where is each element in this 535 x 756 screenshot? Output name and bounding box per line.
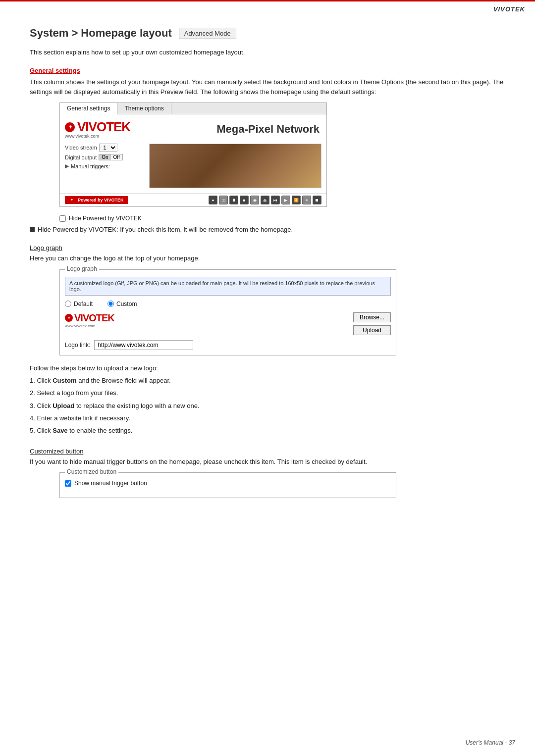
logo-info-box: A customized logo (Gif, JPG or PNG) can … bbox=[65, 277, 391, 296]
hide-checkbox-row: Hide Powered by VIVOTEK bbox=[59, 215, 505, 222]
logo-graph-box-title: Logo graph bbox=[65, 265, 99, 272]
logo-content-row: ✦ VIVOTEK www.vivotek.com Browse... Uplo… bbox=[60, 312, 396, 340]
general-settings-section: General settings This column shows the s… bbox=[30, 67, 505, 233]
bullet-point-hide: Hide Powered by VIVOTEK: If you check th… bbox=[30, 226, 505, 233]
customized-button-description: If you want to hide manual trigger butto… bbox=[30, 457, 505, 467]
brand-label: VIVOTEK bbox=[493, 5, 525, 13]
on-button[interactable]: On bbox=[99, 154, 110, 160]
preview-logo-url: www.vivotek.com bbox=[65, 134, 99, 139]
customized-button-box: Customized button Show manual trigger bu… bbox=[59, 472, 396, 498]
logo-preview-icon: ✦ bbox=[65, 314, 73, 322]
video-stream-select[interactable]: 1 bbox=[99, 144, 117, 151]
customized-button-section: Customized button If you want to hide ma… bbox=[30, 448, 505, 499]
player-controls: ● ◎ ⏸ ■ ◉ ⏏ ⏮ ▶ ⏬ ✦ ⏹ bbox=[209, 196, 321, 204]
player-btn-5[interactable]: ◉ bbox=[250, 196, 259, 204]
radio-custom-input[interactable] bbox=[107, 301, 114, 307]
footer-text: User's Manual - 37 bbox=[466, 739, 515, 746]
player-btn-8[interactable]: ▶ bbox=[281, 196, 290, 204]
step-1: 1. Click Custom and the Browse field wil… bbox=[30, 375, 505, 386]
manual-triggers-row: ▶ Manual triggers: bbox=[65, 163, 144, 169]
logo-graph-section: Logo graph Here you can change the logo … bbox=[30, 244, 505, 437]
step-4: 4. Enter a website link if necessary. bbox=[30, 412, 505, 424]
logo-preview-url: www.vivotek.com bbox=[65, 324, 95, 328]
preview-logo-brand: VIVOTEK bbox=[77, 119, 130, 135]
player-btn-2[interactable]: ◎ bbox=[219, 196, 228, 204]
radio-default: Default bbox=[65, 301, 93, 307]
video-stream-label: Video stream bbox=[65, 145, 97, 151]
logo-preview-img: ✦ VIVOTEK bbox=[65, 312, 114, 324]
tab-theme-options[interactable]: Theme options bbox=[117, 103, 171, 114]
powered-by-icon: ✦ bbox=[69, 197, 75, 203]
customized-button-heading: Customized button bbox=[30, 448, 505, 455]
preview-logo: ✦ VIVOTEK www.vivotek.com bbox=[65, 119, 130, 139]
logo-graph-description: Here you can change the logo at the top … bbox=[30, 253, 505, 263]
preview-footer: ✦ Powered by VIVOTEK ● ◎ ⏸ ■ ◉ ⏏ ⏮ ▶ ⏬ ✦ bbox=[60, 193, 326, 206]
player-btn-10[interactable]: ✦ bbox=[302, 196, 311, 204]
preview-image bbox=[149, 144, 321, 188]
radio-default-input[interactable] bbox=[65, 301, 71, 307]
digital-output-label: Digital output bbox=[65, 154, 97, 160]
page-description: This section explains how to set up your… bbox=[30, 49, 505, 56]
logo-graph-box: Logo graph A customized logo (Gif, JPG o… bbox=[59, 269, 396, 355]
vivotek-icon: ✦ bbox=[65, 122, 75, 132]
off-button[interactable]: Off bbox=[111, 154, 122, 160]
bullet-icon bbox=[30, 227, 35, 232]
step-2: 2. Select a logo from your files. bbox=[30, 387, 505, 399]
preview-header: ✦ VIVOTEK www.vivotek.com Mega-Pixel Net… bbox=[60, 114, 326, 144]
digital-output-row: Digital output On Off bbox=[65, 154, 144, 160]
browse-button[interactable]: Browse... bbox=[353, 312, 391, 322]
steps-list: Follow the steps below to upload a new l… bbox=[30, 362, 505, 437]
preview-logo-text: ✦ VIVOTEK bbox=[65, 119, 130, 135]
steps-intro: Follow the steps below to upload a new l… bbox=[30, 362, 505, 374]
radio-default-label: Default bbox=[74, 301, 93, 307]
logo-link-label: Logo link: bbox=[65, 342, 90, 349]
custom-btn-content: Show manual trigger button bbox=[60, 480, 396, 492]
advanced-mode-button[interactable]: Advanced Mode bbox=[179, 28, 236, 39]
player-btn-7[interactable]: ⏮ bbox=[271, 196, 280, 204]
arrow-icon: ▶ bbox=[65, 163, 69, 169]
logo-preview: ✦ VIVOTEK www.vivotek.com bbox=[65, 312, 114, 328]
player-btn-3[interactable]: ⏸ bbox=[229, 196, 238, 204]
on-off-group: On Off bbox=[99, 154, 123, 160]
logo-upload-col: Browse... Upload bbox=[353, 312, 391, 335]
page-title: System > Homepage layout Advanced Mode bbox=[30, 27, 505, 40]
page-title-text: System > Homepage layout bbox=[30, 27, 172, 40]
player-btn-6[interactable]: ⏏ bbox=[261, 196, 269, 204]
header-bar: VIVOTEK bbox=[0, 0, 535, 17]
powered-by-text: Powered by VIVOTEK bbox=[78, 198, 124, 202]
powered-by-btn: ✦ Powered by VIVOTEK bbox=[65, 196, 128, 204]
step-5: 5. Click Save to enable the settings. bbox=[30, 425, 505, 436]
main-content: System > Homepage layout Advanced Mode T… bbox=[0, 17, 535, 529]
radio-custom: Custom bbox=[107, 301, 137, 307]
video-stream-row: Video stream 1 bbox=[65, 144, 144, 151]
general-settings-heading: General settings bbox=[30, 67, 505, 74]
page-footer: User's Manual - 37 bbox=[466, 739, 515, 746]
logo-options-row: Default Custom bbox=[60, 301, 396, 312]
bullet-text: Hide Powered by VIVOTEK: If you check th… bbox=[38, 226, 293, 233]
step-3: 3. Click Upload to replace the existing … bbox=[30, 400, 505, 411]
show-manual-trigger-checkbox[interactable] bbox=[65, 480, 71, 487]
preview-body: Video stream 1 Digital output On Off bbox=[60, 144, 326, 193]
radio-custom-label: Custom bbox=[116, 301, 137, 307]
preview-content: ✦ VIVOTEK www.vivotek.com Mega-Pixel Net… bbox=[60, 114, 326, 206]
logo-graph-heading: Logo graph bbox=[30, 244, 505, 252]
player-btn-11[interactable]: ⏹ bbox=[313, 196, 321, 204]
custom-btn-box-title: Customized button bbox=[65, 468, 118, 475]
preview-box: General settings Theme options ✦ VIVOTEK… bbox=[59, 102, 327, 207]
general-settings-body: This column shows the settings of your h… bbox=[30, 77, 505, 97]
logo-link-row: Logo link: bbox=[60, 340, 396, 355]
manual-triggers-label: Manual triggers: bbox=[71, 163, 110, 169]
mega-pixel-text: Mega-Pixel Network bbox=[216, 123, 320, 136]
tab-general-settings[interactable]: General settings bbox=[60, 103, 117, 114]
player-btn-9[interactable]: ⏬ bbox=[292, 196, 301, 204]
hide-checkbox-label: Hide Powered by VIVOTEK bbox=[69, 215, 142, 222]
logo-preview-text: VIVOTEK bbox=[74, 312, 114, 324]
upload-button[interactable]: Upload bbox=[353, 325, 391, 335]
preview-tabs: General settings Theme options bbox=[60, 103, 326, 114]
show-manual-trigger-label: Show manual trigger button bbox=[74, 480, 147, 487]
hide-powered-checkbox[interactable] bbox=[59, 215, 66, 222]
player-btn-4[interactable]: ■ bbox=[240, 196, 249, 204]
player-btn-1[interactable]: ● bbox=[209, 196, 217, 204]
preview-controls: Video stream 1 Digital output On Off bbox=[65, 144, 144, 188]
logo-link-input[interactable] bbox=[94, 340, 193, 350]
